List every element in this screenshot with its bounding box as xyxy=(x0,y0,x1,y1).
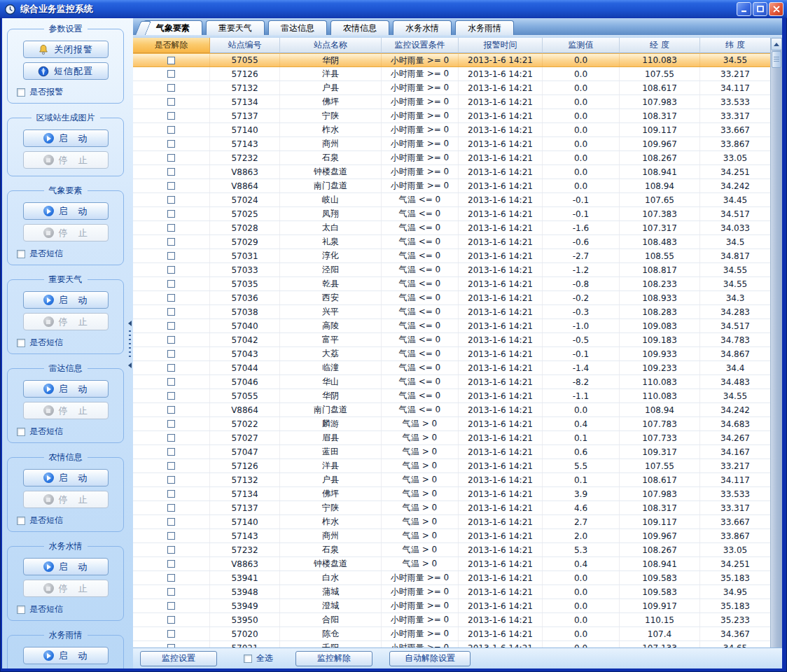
table-row[interactable]: 57024 岐山 气温 <= 0 2013-1-6 14:21 -0.1 107… xyxy=(133,193,770,207)
column-header-latitude[interactable]: 纬 度 xyxy=(700,38,770,53)
table-row[interactable]: 57043 大荔 气温 <= 0 2013-1-6 14:21 -0.1 109… xyxy=(133,347,770,361)
start-button[interactable]: 启 动 xyxy=(23,647,109,664)
row-checkbox[interactable] xyxy=(167,560,175,568)
table-row[interactable]: 57027 眉县 气温 > 0 2013-1-6 14:21 0.1 107.7… xyxy=(133,431,770,445)
row-checkbox[interactable] xyxy=(167,252,175,260)
tab[interactable]: 农情信息 xyxy=(330,20,389,35)
column-header-condition[interactable]: 监控设置条件 xyxy=(382,38,459,53)
table-row[interactable]: 57134 佛坪 小时雨量 >= 0 2013-1-6 14:21 0.0 10… xyxy=(133,95,770,109)
row-checkbox[interactable] xyxy=(167,518,175,526)
row-checkbox[interactable] xyxy=(167,602,175,610)
monitor-release-button[interactable]: 监控解除 xyxy=(295,651,372,666)
table-body[interactable]: 57055 华阴 小时雨量 >= 0 2013-1-6 14:21 0.0 11… xyxy=(133,53,770,648)
row-checkbox[interactable] xyxy=(167,322,175,330)
tab[interactable]: 水务水情 xyxy=(393,20,452,35)
row-checkbox[interactable] xyxy=(167,588,175,596)
select-all-checkbox[interactable]: 全选 xyxy=(244,652,273,664)
column-header-station-id[interactable]: 站点编号 xyxy=(210,38,280,53)
row-checkbox[interactable] xyxy=(167,532,175,540)
row-checkbox[interactable] xyxy=(167,238,175,246)
row-checkbox[interactable] xyxy=(167,224,175,232)
row-checkbox[interactable] xyxy=(167,490,175,498)
table-row[interactable]: 57137 宁陕 小时雨量 >= 0 2013-1-6 14:21 0.0 10… xyxy=(133,109,770,123)
row-checkbox[interactable] xyxy=(167,70,175,78)
row-checkbox[interactable] xyxy=(167,448,175,456)
start-button[interactable]: 启 动 xyxy=(23,380,109,398)
start-button[interactable]: 启 动 xyxy=(23,291,109,309)
monitor-set-button[interactable]: 监控设置 xyxy=(140,651,217,666)
table-row[interactable]: 57140 柞水 小时雨量 >= 0 2013-1-6 14:21 0.0 10… xyxy=(133,123,770,137)
table-row[interactable]: 57028 太白 气温 <= 0 2013-1-6 14:21 -1.6 107… xyxy=(133,221,770,235)
column-header-longitude[interactable]: 经 度 xyxy=(620,38,700,53)
row-checkbox[interactable] xyxy=(167,126,175,134)
table-row[interactable]: 57126 洋县 小时雨量 >= 0 2013-1-6 14:21 0.0 10… xyxy=(133,67,770,81)
row-checkbox[interactable] xyxy=(167,630,175,638)
tab[interactable]: 气象要素 xyxy=(144,20,202,35)
table-row[interactable]: 57035 乾县 气温 <= 0 2013-1-6 14:21 -0.8 108… xyxy=(133,277,770,291)
row-checkbox[interactable] xyxy=(167,154,175,162)
sms-config-button[interactable]: 短信配置 xyxy=(23,62,109,80)
column-header-unresolve[interactable]: 是否解除 xyxy=(133,38,210,53)
row-checkbox[interactable] xyxy=(167,112,175,120)
tab[interactable]: 水务雨情 xyxy=(455,20,514,35)
splitter-grip[interactable] xyxy=(129,330,131,358)
scrollbar-thumb[interactable] xyxy=(772,51,781,68)
close-button[interactable] xyxy=(769,2,783,16)
collapse-arrow-icon[interactable] xyxy=(128,363,132,368)
sms-enable-checkbox[interactable]: 是否短信 xyxy=(17,514,63,526)
collapse-arrow-icon[interactable] xyxy=(128,321,132,326)
sidebar-splitter[interactable] xyxy=(127,18,133,668)
row-checkbox[interactable] xyxy=(167,182,175,190)
table-row[interactable]: 57140 柞水 气温 > 0 2013-1-6 14:21 2.7 109.1… xyxy=(133,515,770,529)
maximize-button[interactable] xyxy=(753,2,767,16)
tab[interactable]: 雷达信息 xyxy=(268,20,327,35)
table-row[interactable]: 57022 麟游 气温 > 0 2013-1-6 14:21 0.4 107.7… xyxy=(133,417,770,431)
table-row[interactable]: 57046 华山 气温 <= 0 2013-1-6 14:21 -8.2 110… xyxy=(133,375,770,389)
row-checkbox[interactable] xyxy=(167,294,175,302)
row-checkbox[interactable] xyxy=(167,392,175,400)
row-checkbox[interactable] xyxy=(167,98,175,106)
start-button[interactable]: 启 动 xyxy=(23,130,109,147)
close-alarm-button[interactable]: 关闭报警 xyxy=(23,41,109,58)
row-checkbox[interactable] xyxy=(167,546,175,554)
row-checkbox[interactable] xyxy=(167,168,175,176)
table-row[interactable]: 57047 蓝田 气温 > 0 2013-1-6 14:21 0.6 109.3… xyxy=(133,445,770,459)
table-row[interactable]: 57126 洋县 气温 > 0 2013-1-6 14:21 5.5 107.5… xyxy=(133,459,770,473)
sms-enable-checkbox[interactable]: 是否短信 xyxy=(17,248,63,260)
table-row[interactable]: 53941 白水 小时雨量 >= 0 2013-1-6 14:21 0.0 10… xyxy=(133,571,770,585)
row-checkbox[interactable] xyxy=(167,462,175,470)
column-header-alarm-time[interactable]: 报警时间 xyxy=(459,38,543,53)
table-row[interactable]: V8864 南门盘道 小时雨量 >= 0 2013-1-6 14:21 0.0 … xyxy=(133,179,770,193)
row-checkbox[interactable] xyxy=(167,406,175,414)
row-checkbox[interactable] xyxy=(167,266,175,274)
table-row[interactable]: 57031 淳化 气温 <= 0 2013-1-6 14:21 -2.7 108… xyxy=(133,249,770,263)
table-row[interactable]: V8864 南门盘道 气温 <= 0 2013-1-6 14:21 0.0 10… xyxy=(133,403,770,417)
table-row[interactable]: 57143 商州 小时雨量 >= 0 2013-1-6 14:21 0.0 10… xyxy=(133,137,770,151)
table-row[interactable]: 57040 高陵 气温 <= 0 2013-1-6 14:21 -1.0 109… xyxy=(133,319,770,333)
row-checkbox[interactable] xyxy=(167,350,175,358)
table-row[interactable]: 53950 合阳 小时雨量 >= 0 2013-1-6 14:21 0.0 11… xyxy=(133,613,770,627)
vertical-scrollbar[interactable] xyxy=(770,38,782,648)
table-row[interactable]: V8863 钟楼盘道 气温 > 0 2013-1-6 14:21 0.4 108… xyxy=(133,557,770,571)
column-header-station-name[interactable]: 站点名称 xyxy=(280,38,382,53)
table-row[interactable]: 57055 华阴 小时雨量 >= 0 2013-1-6 14:21 0.0 11… xyxy=(133,53,770,67)
row-checkbox[interactable] xyxy=(167,616,175,624)
table-row[interactable]: 53948 蒲城 小时雨量 >= 0 2013-1-6 14:21 0.0 10… xyxy=(133,585,770,599)
column-header-monitor-value[interactable]: 监测值 xyxy=(543,38,620,53)
table-row[interactable]: 53949 澄城 小时雨量 >= 0 2013-1-6 14:21 0.0 10… xyxy=(133,599,770,613)
table-row[interactable]: 57134 佛坪 气温 > 0 2013-1-6 14:21 3.9 107.9… xyxy=(133,487,770,501)
table-row[interactable]: 57020 陈仓 小时雨量 >= 0 2013-1-6 14:21 0.0 10… xyxy=(133,627,770,641)
row-checkbox[interactable] xyxy=(167,434,175,442)
row-checkbox[interactable] xyxy=(167,57,175,64)
sms-enable-checkbox[interactable]: 是否短信 xyxy=(17,603,63,615)
row-checkbox[interactable] xyxy=(167,504,175,512)
table-row[interactable]: 57036 西安 气温 <= 0 2013-1-6 14:21 -0.2 108… xyxy=(133,291,770,305)
row-checkbox[interactable] xyxy=(167,378,175,386)
alarm-enable-checkbox[interactable]: 是否报警 xyxy=(17,86,63,98)
row-checkbox[interactable] xyxy=(167,476,175,484)
table-row[interactable]: 57021 千阳 小时雨量 >= 0 2013-1-6 14:21 0.0 10… xyxy=(133,641,770,648)
table-row[interactable]: 57232 石泉 气温 > 0 2013-1-6 14:21 5.3 108.2… xyxy=(133,543,770,557)
table-row[interactable]: 57232 石泉 小时雨量 >= 0 2013-1-6 14:21 0.0 10… xyxy=(133,151,770,165)
start-button[interactable]: 启 动 xyxy=(23,202,109,220)
table-row[interactable]: 57143 商州 气温 > 0 2013-1-6 14:21 2.0 109.9… xyxy=(133,529,770,543)
